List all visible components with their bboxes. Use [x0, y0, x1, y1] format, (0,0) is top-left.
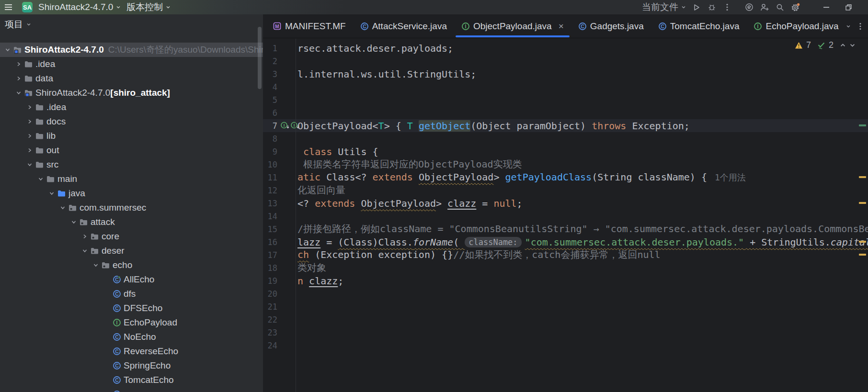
- svg-text:C: C: [115, 305, 119, 311]
- more-actions-button[interactable]: [720, 0, 735, 14]
- code-editor[interactable]: 1rsec.attack.deser.payloads;23l.internal…: [263, 39, 868, 392]
- tree-item-ShiroAttack2-4.7.0[interactable]: ShiroAttack2-4.7.0 [shiro_attack]: [0, 86, 263, 100]
- stripe-mark-warning[interactable]: [859, 254, 866, 256]
- tree-item-.idea[interactable]: .idea: [0, 100, 263, 114]
- chevron-expanded-icon: [71, 219, 77, 225]
- prev-problem-icon[interactable]: [840, 42, 846, 48]
- ai-assistant-button[interactable]: [742, 0, 757, 14]
- code-token: >: [436, 198, 447, 209]
- tree-item-com.summersec[interactable]: com.summersec: [0, 201, 263, 215]
- code-with-me-button[interactable]: [757, 0, 772, 14]
- project-selector[interactable]: ShiroAttack2-4.7.0: [38, 2, 121, 12]
- stripe-mark-warning[interactable]: [859, 241, 866, 243]
- code-token: =: [320, 236, 338, 248]
- tree-expanded-chevron-icon[interactable]: [4, 46, 11, 54]
- tree-item-SpringEcho[interactable]: CSpringEcho: [0, 358, 263, 373]
- tree-collapsed-chevron-icon[interactable]: [26, 132, 34, 140]
- tree-expanded-chevron-icon[interactable]: [37, 175, 45, 183]
- tree-collapsed-chevron-icon[interactable]: [26, 103, 34, 111]
- tree-item-ReverseEcho[interactable]: CReverseEcho: [0, 344, 263, 358]
- tree-item-label: core: [102, 231, 119, 242]
- tree-collapsed-chevron-icon[interactable]: [26, 118, 34, 125]
- tree-item-core[interactable]: core: [0, 229, 263, 244]
- code-token: clazz: [309, 275, 338, 287]
- editor-tab-MANIFEST.MF[interactable]: MMANIFEST.MF: [266, 14, 353, 38]
- editor-tab-AttackService.java[interactable]: CAttackService.java: [353, 14, 454, 38]
- window-restore-button[interactable]: [837, 0, 859, 14]
- tree-item-ShiroAttack2-4.7.0[interactable]: ShiroAttack2-4.7.0 C:\Users\奇怪的yasuo\Dow…: [0, 43, 263, 57]
- main-menu-icon[interactable]: [0, 4, 16, 10]
- implemented-icon[interactable]: I: [280, 120, 289, 132]
- window-minimize-button[interactable]: [815, 0, 837, 14]
- stripe-mark-ok[interactable]: [859, 124, 866, 126]
- tab-list-chevron-icon[interactable]: [846, 24, 851, 29]
- editor-tab-Gadgets.java[interactable]: CGadgets.java: [571, 14, 651, 38]
- tree-item-main[interactable]: main: [0, 172, 263, 186]
- tree-expanded-chevron-icon[interactable]: [81, 247, 89, 255]
- editor-tab-TomcatEcho.java[interactable]: CTomcatEcho.java: [651, 14, 747, 38]
- inspections-widget[interactable]: 7 2: [795, 40, 856, 50]
- project-panel-title: 项目: [5, 18, 23, 31]
- tree-item-data[interactable]: data: [0, 71, 263, 86]
- tree-expanded-chevron-icon[interactable]: [70, 218, 78, 226]
- tree-item-src[interactable]: src: [0, 157, 263, 172]
- settings-button[interactable]: [788, 0, 803, 14]
- tree-collapsed-chevron-icon[interactable]: [15, 60, 23, 68]
- editor-tab-EchoPayload.java[interactable]: IEchoPayload.java: [746, 14, 845, 38]
- debug-button[interactable]: [704, 0, 720, 14]
- code-token: ;: [517, 198, 523, 209]
- tree-item-echo[interactable]: echo: [0, 258, 263, 272]
- tree-item-clipped[interactable]: C: [0, 387, 263, 392]
- chevron-collapsed-icon: [27, 133, 33, 139]
- tree-item-TomcatEcho[interactable]: CTomcatEcho: [0, 373, 263, 387]
- search-everywhere-button[interactable]: [772, 0, 788, 14]
- tree-item-.idea[interactable]: .idea: [0, 57, 263, 71]
- tab-close-icon[interactable]: ×: [559, 21, 564, 32]
- tree-item-dfs[interactable]: Cdfs: [0, 287, 263, 301]
- interface-icon: I: [461, 22, 469, 30]
- project-panel-header[interactable]: 项目: [5, 18, 31, 31]
- run-config-selector[interactable]: 当前文件: [642, 1, 686, 13]
- next-problem-icon[interactable]: [849, 42, 856, 48]
- tree-item-NoEcho[interactable]: CNoEcho: [0, 330, 263, 344]
- tree-item-java[interactable]: java: [0, 186, 263, 201]
- code-token: //如果找不到类，catch会捕获异常，返回null: [453, 249, 660, 260]
- tree-item-AllEcho[interactable]: CAllEcho: [0, 272, 263, 287]
- tree-collapsed-chevron-icon[interactable]: [15, 75, 23, 82]
- line-number: 12: [263, 186, 277, 195]
- class-icon: C: [578, 22, 586, 30]
- tree-expanded-chevron-icon[interactable]: [26, 161, 34, 168]
- code-line-10: 10 根据类名字符串返回对应的ObjectPayload实现类: [263, 158, 868, 171]
- line-number: 15: [263, 224, 277, 234]
- line-number: 16: [263, 237, 277, 247]
- package-icon: [69, 203, 77, 212]
- gutter[interactable]: II: [277, 120, 296, 132]
- tree-item-attack[interactable]: attack: [0, 215, 263, 229]
- run-button[interactable]: [689, 0, 704, 14]
- tree-item-DFSEcho[interactable]: CDFSEcho: [0, 301, 263, 315]
- tree-item-label: dfs: [124, 289, 136, 299]
- error-stripe[interactable]: [859, 39, 868, 392]
- tree-expanded-chevron-icon[interactable]: [15, 89, 23, 97]
- swirl-at-icon: [745, 3, 754, 11]
- stripe-mark-warning[interactable]: [859, 176, 866, 178]
- tree-item-EchoPayload[interactable]: IEchoPayload: [0, 315, 263, 330]
- vcs-widget[interactable]: 版本控制: [126, 1, 171, 13]
- tree-item-out[interactable]: out: [0, 143, 263, 157]
- tree-collapsed-chevron-icon[interactable]: [81, 233, 89, 240]
- stripe-mark-warning[interactable]: [859, 202, 866, 204]
- tree-item-deser[interactable]: deser: [0, 244, 263, 258]
- tree-expanded-chevron-icon[interactable]: [59, 204, 67, 212]
- editor-tab-ObjectPayload.java[interactable]: IObjectPayload.java×: [454, 14, 571, 38]
- tree-expanded-chevron-icon[interactable]: [92, 261, 100, 269]
- tab-options-kebab-icon[interactable]: [859, 22, 861, 30]
- code-token: (: [453, 236, 465, 248]
- class-icon: C: [113, 376, 121, 384]
- class-icon: C: [113, 361, 121, 370]
- tree-expanded-chevron-icon[interactable]: [48, 190, 56, 197]
- class-icon: C: [113, 347, 121, 356]
- tree-collapsed-chevron-icon[interactable]: [26, 146, 34, 154]
- tree-scrollbar[interactable]: [258, 27, 262, 89]
- tree-item-docs[interactable]: docs: [0, 114, 263, 129]
- tree-item-lib[interactable]: lib: [0, 129, 263, 143]
